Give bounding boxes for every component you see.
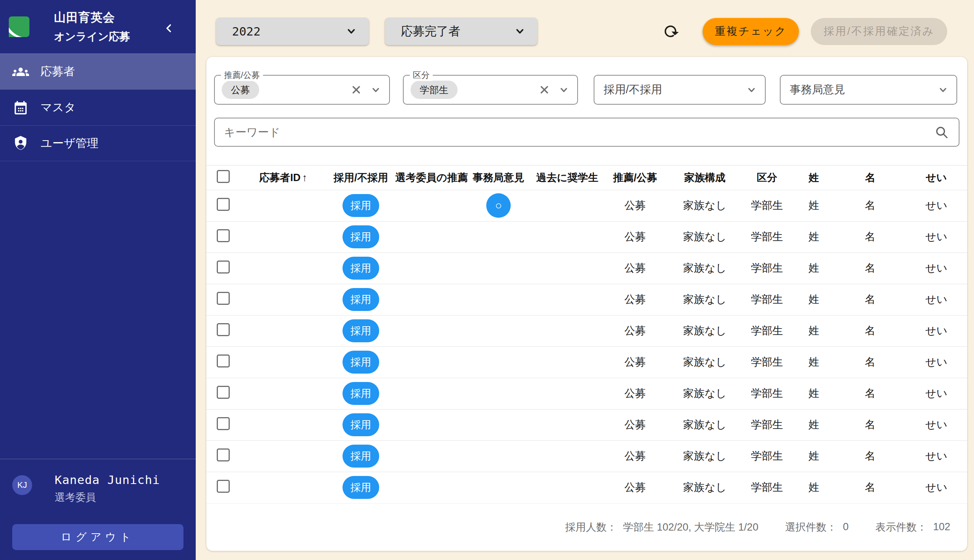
sort-ascending-icon[interactable]: ↑ — [302, 172, 307, 183]
cell-first-name: 名 — [835, 190, 906, 221]
column-header-category[interactable]: 区分 — [741, 165, 793, 190]
cell-first-name: 名 — [835, 378, 906, 409]
chevron-down-icon[interactable] — [370, 84, 381, 95]
cell-applicant-id — [240, 378, 326, 409]
cell-category: 学部生 — [741, 252, 793, 284]
stat-value: 0 — [843, 521, 849, 533]
calendar-icon — [12, 99, 29, 116]
clear-icon[interactable] — [538, 84, 550, 96]
cell-committee-recommend — [395, 440, 464, 472]
chevron-down-icon[interactable] — [558, 84, 570, 95]
table-row: 採用 公募 家族なし 学部生 姓 名 せい — [206, 472, 967, 503]
user-row: KJ Kaneda Junichi 選考委員 — [12, 473, 184, 504]
cell-past-scholar — [533, 315, 601, 347]
column-header-recommend[interactable]: 推薦/公募 — [601, 165, 668, 190]
table-row: 採用 公募 家族なし 学部生 姓 名 せい — [206, 284, 967, 315]
cell-committee-recommend — [395, 221, 464, 252]
cell-recommend: 公募 — [601, 190, 668, 221]
cell-category: 学部生 — [741, 221, 793, 252]
column-header-id[interactable]: 応募者ID↑ — [240, 165, 326, 190]
cell-last-name: 姓 — [793, 315, 835, 347]
row-checkbox[interactable] — [217, 323, 230, 336]
cell-applicant-id — [240, 347, 326, 378]
status-chip: 採用 — [342, 288, 379, 311]
cell-past-scholar — [533, 472, 601, 503]
collapse-sidebar-icon[interactable] — [162, 22, 176, 35]
filter-recommend-label: 推薦/公募 — [221, 70, 263, 81]
stat-selected-count: 選択件数： 0 — [785, 520, 849, 534]
table-row: 採用 ○ 公募 家族なし 学部生 姓 名 せい — [206, 190, 967, 221]
row-checkbox[interactable] — [217, 260, 230, 273]
column-header-first-name[interactable]: 名 — [835, 165, 906, 190]
row-checkbox[interactable] — [217, 448, 230, 462]
column-header-family[interactable]: 家族構成 — [668, 165, 741, 190]
stat-adopted-count: 採用人数： 学部生 102/20, 大学院生 1/20 — [565, 520, 758, 534]
row-checkbox[interactable] — [217, 386, 230, 399]
stat-label: 表示件数： — [875, 520, 927, 534]
year-select[interactable]: 2022 — [216, 18, 369, 45]
sidebar-item-applicants[interactable]: 応募者 — [0, 53, 196, 89]
cell-last-name: 姓 — [793, 284, 835, 315]
sidebar-item-user-management[interactable]: ユーザ管理 — [0, 125, 196, 161]
column-header-status[interactable]: 採用/不採用 — [326, 165, 395, 190]
clear-icon[interactable] — [350, 84, 363, 96]
cell-category: 学部生 — [741, 440, 793, 472]
row-checkbox[interactable] — [217, 417, 230, 430]
cell-last-name: 姓 — [793, 190, 835, 221]
applicants-table: 応募者ID↑ 採用/不採用 選考委員の推薦 事務局意見 過去に奨学生 推薦/公募… — [206, 165, 967, 503]
status-chip: 採用 — [342, 476, 379, 499]
row-checkbox[interactable] — [217, 198, 230, 211]
column-header-committee[interactable]: 選考委員の推薦 — [395, 165, 464, 190]
cell-family: 家族なし — [668, 378, 741, 409]
column-header-past[interactable]: 過去に奨学生 — [533, 165, 601, 190]
keyword-field — [214, 118, 959, 147]
column-header-opinion[interactable]: 事務局意見 — [464, 165, 533, 190]
table-row: 採用 公募 家族なし 学部生 姓 名 せい — [206, 409, 967, 440]
cell-past-scholar — [533, 409, 601, 440]
cell-kana: せい — [906, 221, 967, 252]
refresh-button[interactable] — [660, 22, 680, 41]
cell-last-name: 姓 — [793, 378, 835, 409]
row-checkbox[interactable] — [217, 229, 230, 242]
cell-committee-recommend — [395, 409, 464, 440]
cell-recommend: 公募 — [601, 221, 668, 252]
status-chip: 採用 — [342, 445, 379, 468]
cell-applicant-id — [240, 315, 326, 347]
cell-family: 家族なし — [668, 409, 741, 440]
cell-category: 学部生 — [741, 409, 793, 440]
filter-office-opinion-select[interactable]: 事務局意見 — [780, 75, 957, 105]
row-checkbox[interactable] — [217, 292, 230, 305]
cell-last-name: 姓 — [793, 252, 835, 284]
select-all-checkbox[interactable] — [217, 170, 230, 183]
filter-adoption-select[interactable]: 採用/不採用 — [594, 75, 766, 105]
stat-value: 102 — [933, 521, 950, 533]
sidebar: 山田育英会 オンライン応募 応募者 マスタ — [0, 0, 196, 560]
app-root: 山田育英会 オンライン応募 応募者 マスタ — [0, 0, 974, 560]
sidebar-item-label: マスタ — [40, 100, 76, 115]
chevron-down-icon[interactable] — [937, 84, 949, 95]
cell-family: 家族なし — [668, 347, 741, 378]
shield-person-icon — [12, 135, 29, 152]
duplicate-check-button[interactable]: 重複チェック — [703, 18, 799, 45]
row-checkbox[interactable] — [217, 355, 230, 367]
sidebar-item-master[interactable]: マスタ — [0, 89, 196, 125]
sidebar-item-label: ユーザ管理 — [40, 136, 98, 151]
column-header-last-name[interactable]: 姓 — [793, 165, 835, 190]
row-checkbox[interactable] — [217, 480, 230, 493]
filter-category-select[interactable]: 区分 学部生 — [403, 75, 578, 105]
cell-recommend: 公募 — [601, 472, 668, 503]
logout-button[interactable]: ログアウト — [12, 524, 184, 550]
status-chip: 採用 — [342, 382, 379, 405]
cell-committee-recommend — [395, 252, 464, 284]
filter-recommend-select[interactable]: 推薦/公募 公募 — [214, 75, 390, 105]
column-header-kana[interactable]: せい — [906, 165, 967, 190]
chevron-down-icon[interactable] — [746, 84, 757, 95]
user-section: KJ Kaneda Junichi 選考委員 ログアウト — [0, 459, 196, 560]
cell-recommend: 公募 — [601, 347, 668, 378]
table-header: 応募者ID↑ 採用/不採用 選考委員の推薦 事務局意見 過去に奨学生 推薦/公募… — [206, 165, 967, 190]
keyword-input[interactable] — [215, 126, 934, 139]
sidebar-item-label: 応募者 — [40, 64, 75, 80]
cell-kana: せい — [906, 190, 967, 221]
applicant-status-select[interactable]: 応募完了者 — [385, 18, 538, 45]
search-icon[interactable] — [934, 125, 949, 140]
